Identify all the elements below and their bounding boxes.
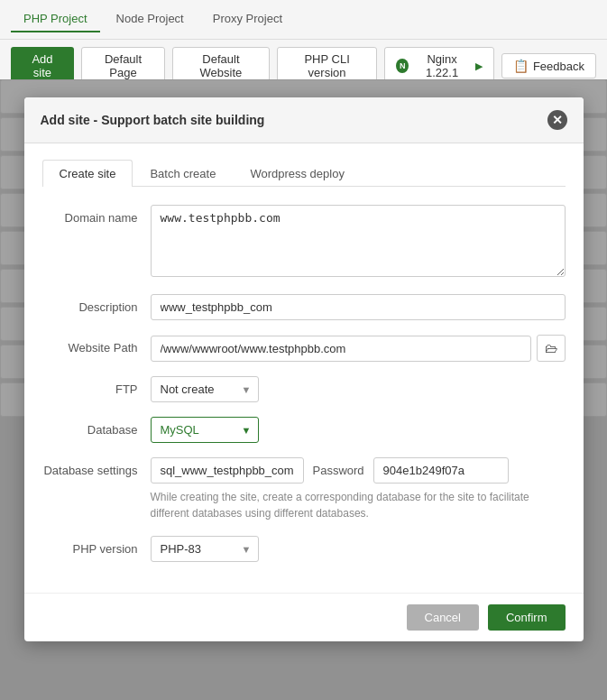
modal-footer: Cancel Confirm xyxy=(24,593,584,641)
database-row: Database MySQL ▼ xyxy=(42,417,566,443)
nav-tab-node[interactable]: Node Project xyxy=(104,6,197,32)
feedback-icon: 📋 xyxy=(513,59,529,73)
nginx-badge-icon: N xyxy=(396,59,409,73)
cancel-button[interactable]: Cancel xyxy=(407,604,479,631)
feedback-button[interactable]: 📋 Feedback xyxy=(501,53,596,78)
description-label: Description xyxy=(42,294,151,314)
php-version-label: PHP version xyxy=(42,536,151,556)
folder-browse-button[interactable]: 🗁 xyxy=(537,335,566,362)
description-input[interactable] xyxy=(151,294,566,320)
database-select[interactable]: MySQL xyxy=(151,417,259,443)
modal-close-button[interactable]: ✕ xyxy=(547,110,567,130)
db-hint-text: While creating the site, create a corres… xyxy=(151,489,566,521)
path-input-group: 🗁 xyxy=(151,335,566,362)
nav-tab-php[interactable]: PHP Project xyxy=(11,6,100,32)
top-nav: PHP Project Node Project Proxy Project xyxy=(0,0,607,40)
ftp-label: FTP xyxy=(42,376,151,396)
domain-name-wrap xyxy=(151,205,566,280)
modal-overlay: Add site - Support batch site building ✕… xyxy=(0,79,607,700)
ftp-row: FTP Not create ▼ xyxy=(42,376,566,402)
php-version-row: PHP version PHP-83 ▼ xyxy=(42,536,566,562)
db-settings-wrap: Password While creating the site, create… xyxy=(151,457,566,521)
db-settings-row: Database settings Password While creatin… xyxy=(42,457,566,521)
database-wrap: MySQL ▼ xyxy=(151,417,566,443)
modal-title: Add site - Support batch site building xyxy=(41,113,265,127)
modal-tabs: Create site Batch create Wordpress deplo… xyxy=(42,160,566,187)
nav-tab-proxy[interactable]: Proxy Project xyxy=(200,6,295,32)
ftp-wrap: Not create ▼ xyxy=(151,376,566,402)
tab-wordpress-deploy[interactable]: Wordpress deploy xyxy=(233,160,362,187)
ftp-select[interactable]: Not create xyxy=(151,376,259,402)
php-version-select[interactable]: PHP-83 xyxy=(151,536,259,562)
tab-batch-create[interactable]: Batch create xyxy=(133,160,233,187)
description-wrap xyxy=(151,294,566,320)
confirm-button[interactable]: Confirm xyxy=(488,604,566,631)
domain-name-input[interactable] xyxy=(151,205,566,277)
play-icon: ▶ xyxy=(475,60,483,72)
feedback-label: Feedback xyxy=(533,60,584,73)
db-password-input[interactable] xyxy=(373,457,509,484)
website-path-wrap: 🗁 xyxy=(151,335,566,362)
db-password-label: Password xyxy=(313,464,364,477)
website-path-row: Website Path 🗁 xyxy=(42,335,566,362)
database-select-wrap: MySQL ▼ xyxy=(151,417,259,443)
domain-name-row: Domain name xyxy=(42,205,566,280)
db-name-input[interactable] xyxy=(151,457,304,484)
php-version-select-wrap: PHP-83 ▼ xyxy=(151,536,259,562)
database-label: Database xyxy=(42,417,151,437)
db-settings-inputs: Password xyxy=(151,457,566,484)
website-path-input[interactable] xyxy=(151,336,531,362)
tab-create-site[interactable]: Create site xyxy=(42,160,133,187)
modal-header: Add site - Support batch site building ✕ xyxy=(24,97,584,143)
modal-dialog: Add site - Support batch site building ✕… xyxy=(24,97,584,641)
ftp-select-wrap: Not create ▼ xyxy=(151,376,259,402)
db-settings-label: Database settings xyxy=(42,457,151,477)
domain-name-label: Domain name xyxy=(42,205,151,225)
php-version-wrap: PHP-83 ▼ xyxy=(151,536,566,562)
website-path-label: Website Path xyxy=(42,335,151,355)
description-row: Description xyxy=(42,294,566,320)
nginx-label: Nginx 1.22.1 xyxy=(413,52,471,79)
modal-body: Create site Batch create Wordpress deplo… xyxy=(24,143,584,593)
